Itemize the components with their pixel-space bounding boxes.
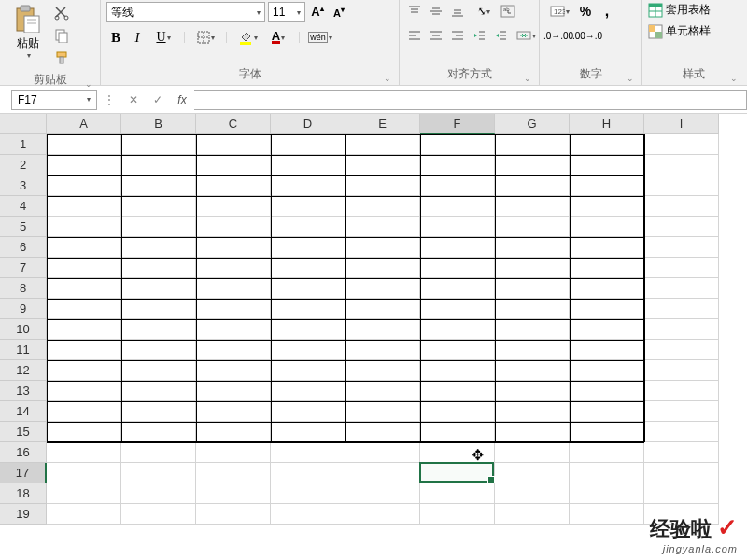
cell[interactable] <box>345 237 420 258</box>
cell[interactable] <box>271 483 345 504</box>
cell[interactable] <box>121 483 196 504</box>
cell[interactable] <box>121 340 196 360</box>
cell[interactable] <box>271 175 345 196</box>
underline-button[interactable]: U▾ <box>149 28 177 47</box>
cell[interactable] <box>121 258 196 278</box>
column-header-I[interactable]: I <box>644 114 719 134</box>
cell[interactable] <box>420 463 495 483</box>
cell[interactable] <box>271 463 345 483</box>
cell[interactable] <box>420 175 495 196</box>
cell[interactable] <box>271 319 345 340</box>
cell[interactable] <box>570 237 644 258</box>
decrease-decimal-button[interactable]: .00→.0 <box>574 26 600 45</box>
cell[interactable] <box>121 217 196 237</box>
font-size-select[interactable]: 11 ▾ <box>268 2 305 22</box>
cell[interactable] <box>345 155 420 175</box>
row-header-2[interactable]: 2 <box>0 155 47 175</box>
increase-decimal-button[interactable]: .0→.00 <box>545 26 571 45</box>
cell[interactable] <box>570 442 644 463</box>
cell[interactable] <box>47 463 121 483</box>
row-header-17[interactable]: 17 <box>0 463 47 483</box>
cell[interactable] <box>420 258 495 278</box>
cell[interactable] <box>47 442 121 463</box>
paste-button[interactable]: 粘贴 ▾ <box>6 2 50 62</box>
cell[interactable] <box>495 340 570 360</box>
cell[interactable] <box>644 196 719 217</box>
cell[interactable] <box>271 504 345 525</box>
cell[interactable] <box>271 299 345 319</box>
increase-indent-button[interactable] <box>491 26 510 45</box>
cell[interactable] <box>420 422 495 442</box>
cell[interactable] <box>644 442 719 463</box>
cell[interactable] <box>271 422 345 442</box>
cell[interactable] <box>196 483 271 504</box>
cell[interactable] <box>495 483 570 504</box>
cell[interactable] <box>495 319 570 340</box>
cell[interactable] <box>420 360 495 381</box>
cell[interactable] <box>570 134 644 155</box>
cell[interactable] <box>570 422 644 442</box>
cell[interactable] <box>644 360 719 381</box>
cell[interactable] <box>570 175 644 196</box>
cell[interactable] <box>121 278 196 299</box>
cell[interactable] <box>47 196 121 217</box>
cell[interactable] <box>495 401 570 422</box>
cell[interactable] <box>345 319 420 340</box>
cell[interactable] <box>121 134 196 155</box>
font-color-button[interactable]: A ▾ <box>264 28 292 47</box>
align-middle-button[interactable] <box>427 2 445 21</box>
cell[interactable] <box>570 319 644 340</box>
cell[interactable] <box>196 442 271 463</box>
cell[interactable] <box>47 237 121 258</box>
cell[interactable] <box>196 360 271 381</box>
align-right-button[interactable] <box>448 26 467 45</box>
cell[interactable] <box>495 381 570 401</box>
column-header-H[interactable]: H <box>570 114 644 134</box>
align-bottom-button[interactable] <box>448 2 467 21</box>
cell[interactable] <box>345 442 420 463</box>
cell[interactable] <box>644 340 719 360</box>
row-header-8[interactable]: 8 <box>0 278 47 299</box>
cut-button[interactable] <box>52 4 71 22</box>
cell[interactable] <box>495 134 570 155</box>
cell[interactable] <box>420 381 495 401</box>
cell[interactable] <box>570 381 644 401</box>
cell[interactable] <box>196 422 271 442</box>
cell[interactable] <box>47 258 121 278</box>
cell[interactable] <box>345 422 420 442</box>
cell[interactable] <box>121 504 196 525</box>
cell[interactable] <box>271 381 345 401</box>
cell[interactable] <box>121 155 196 175</box>
column-header-G[interactable]: G <box>495 114 570 134</box>
cell[interactable] <box>495 504 570 525</box>
align-top-button[interactable] <box>405 2 424 21</box>
cell[interactable] <box>345 483 420 504</box>
cell[interactable] <box>196 401 271 422</box>
cell[interactable] <box>196 319 271 340</box>
cell[interactable] <box>570 299 644 319</box>
decrease-font-button[interactable]: A▾ <box>330 3 348 21</box>
cell[interactable] <box>345 463 420 483</box>
cell-styles-button[interactable]: 单元格样 <box>648 23 711 39</box>
cell[interactable] <box>495 237 570 258</box>
comma-button[interactable]: , <box>598 2 616 21</box>
cell[interactable] <box>47 422 121 442</box>
cell[interactable] <box>47 278 121 299</box>
bold-button[interactable]: B <box>106 28 125 47</box>
merge-center-button[interactable]: ▾ <box>513 26 539 45</box>
cell[interactable] <box>570 340 644 360</box>
cell[interactable] <box>196 381 271 401</box>
cell[interactable] <box>196 196 271 217</box>
cell[interactable] <box>271 278 345 299</box>
cell[interactable] <box>345 360 420 381</box>
row-header-10[interactable]: 10 <box>0 319 47 340</box>
cell[interactable] <box>196 155 271 175</box>
decrease-indent-button[interactable] <box>470 26 488 45</box>
format-as-table-button[interactable]: 套用表格 <box>648 2 711 18</box>
cell[interactable] <box>345 278 420 299</box>
cell[interactable] <box>570 360 644 381</box>
cell[interactable] <box>420 319 495 340</box>
cell[interactable] <box>271 237 345 258</box>
row-header-16[interactable]: 16 <box>0 442 47 463</box>
cell[interactable] <box>121 422 196 442</box>
